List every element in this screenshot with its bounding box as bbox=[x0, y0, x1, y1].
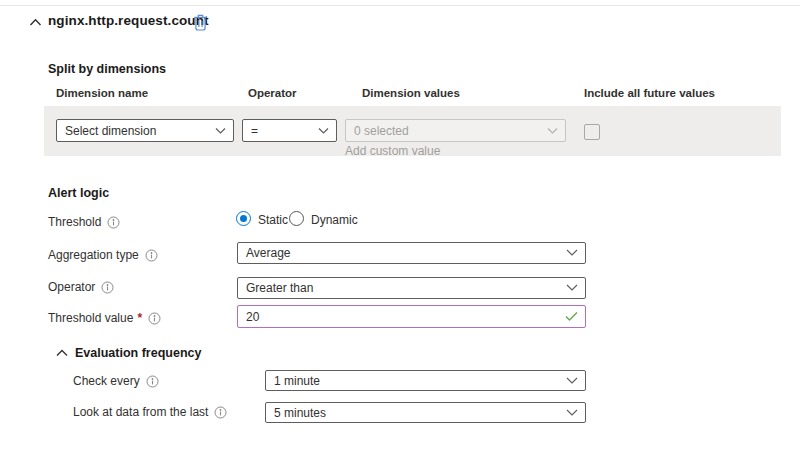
aggregation-type-label: Aggregation type bbox=[48, 248, 139, 262]
dimension-operator-dropdown-value: = bbox=[251, 124, 258, 138]
threshold-static-label[interactable]: Static bbox=[258, 213, 288, 227]
check-every-dropdown-value: 1 minute bbox=[274, 374, 320, 388]
aggregation-type-dropdown[interactable]: Average bbox=[237, 242, 586, 264]
chevron-down-icon bbox=[566, 284, 578, 292]
add-custom-value-link: Add custom value bbox=[345, 144, 440, 158]
info-icon[interactable] bbox=[146, 375, 159, 388]
chevron-down-icon bbox=[566, 377, 578, 385]
threshold-static-radio[interactable] bbox=[236, 211, 251, 226]
chevron-down-icon bbox=[215, 127, 226, 134]
lookback-dropdown[interactable]: 5 minutes bbox=[265, 402, 586, 423]
metric-alert-condition-panel: { "header": { "title": "nginx.http.reque… bbox=[0, 0, 800, 454]
dimension-values-dropdown: 0 selected bbox=[345, 119, 566, 142]
alert-logic-heading: Alert logic bbox=[48, 186, 109, 200]
info-icon[interactable] bbox=[107, 216, 120, 229]
valid-checkmark-icon bbox=[565, 311, 578, 322]
lookback-dropdown-value: 5 minutes bbox=[274, 406, 326, 420]
dimension-values-dropdown-value: 0 selected bbox=[354, 124, 409, 138]
column-header-future-values: Include all future values bbox=[584, 87, 715, 99]
collapse-chevron-icon[interactable] bbox=[29, 18, 42, 27]
evaluation-frequency-chevron-icon[interactable] bbox=[56, 349, 68, 357]
check-every-dropdown[interactable]: 1 minute bbox=[265, 370, 586, 391]
operator-label: Operator bbox=[48, 280, 95, 294]
column-header-dimension-name: Dimension name bbox=[56, 87, 148, 99]
condition-title: nginx.http.request.count bbox=[48, 13, 209, 28]
dimension-name-dropdown-value: Select dimension bbox=[65, 124, 156, 138]
operator-dropdown-value: Greater than bbox=[246, 281, 313, 295]
dimension-name-dropdown[interactable]: Select dimension bbox=[56, 119, 234, 142]
info-icon[interactable] bbox=[148, 312, 161, 325]
chevron-down-icon bbox=[318, 127, 329, 134]
chevron-down-icon bbox=[547, 127, 558, 134]
threshold-dynamic-label[interactable]: Dynamic bbox=[311, 213, 358, 227]
include-future-values-checkbox[interactable] bbox=[584, 124, 600, 140]
required-marker: * bbox=[137, 311, 142, 325]
threshold-value-input[interactable] bbox=[237, 305, 586, 328]
info-icon[interactable] bbox=[214, 406, 227, 419]
operator-dropdown[interactable]: Greater than bbox=[237, 277, 586, 299]
chevron-down-icon bbox=[566, 409, 578, 417]
info-icon[interactable] bbox=[101, 281, 114, 294]
delete-condition-icon[interactable] bbox=[193, 14, 208, 31]
column-header-operator: Operator bbox=[248, 87, 297, 99]
top-divider bbox=[0, 5, 800, 6]
lookback-label: Look at data from the last bbox=[73, 405, 208, 419]
threshold-dynamic-radio[interactable] bbox=[289, 211, 304, 226]
check-every-label: Check every bbox=[73, 374, 140, 388]
evaluation-frequency-heading: Evaluation frequency bbox=[75, 346, 201, 360]
dimension-operator-dropdown[interactable]: = bbox=[242, 119, 337, 142]
aggregation-type-dropdown-value: Average bbox=[246, 246, 290, 260]
chevron-down-icon bbox=[566, 249, 578, 257]
info-icon[interactable] bbox=[145, 249, 158, 262]
threshold-value-label: Threshold value bbox=[48, 311, 133, 325]
split-by-dimensions-heading: Split by dimensions bbox=[48, 62, 166, 76]
column-header-dimension-values: Dimension values bbox=[362, 87, 460, 99]
threshold-label: Threshold bbox=[48, 215, 101, 229]
